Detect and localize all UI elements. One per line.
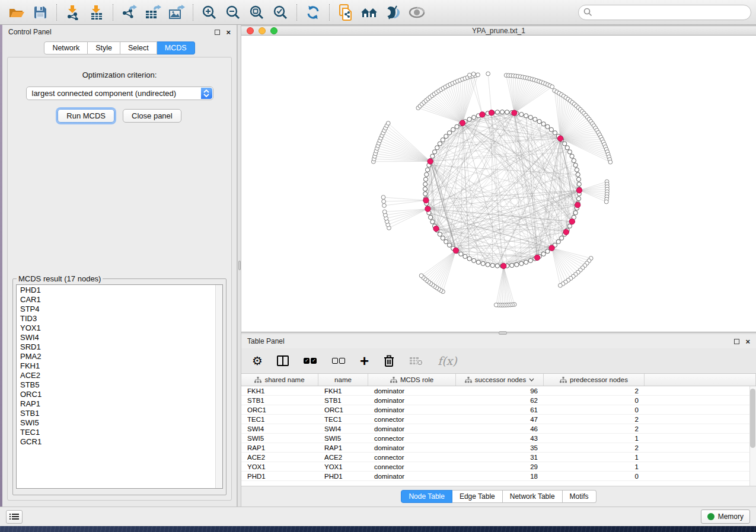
column-header-shared-name[interactable]: shared name	[241, 374, 318, 386]
cell: 2	[544, 425, 645, 432]
tab-network[interactable]: Network	[44, 41, 88, 55]
cell: connector	[368, 463, 456, 470]
export-network-icon[interactable]	[117, 2, 141, 23]
control-panel-title: Control Panel	[8, 28, 52, 36]
result-node[interactable]: RAP1	[20, 399, 222, 409]
result-node[interactable]: STP4	[20, 305, 222, 314]
result-node[interactable]: TEC1	[20, 428, 222, 437]
show-columns-icon[interactable]	[277, 353, 289, 368]
table-panel: Table Panel × ⚙ + f(x) shared namename	[241, 334, 756, 507]
houses-icon[interactable]	[358, 2, 381, 23]
import-network-icon[interactable]	[61, 2, 85, 23]
search-field[interactable]	[578, 5, 751, 20]
result-node[interactable]: FKH1	[20, 361, 222, 371]
refresh-icon[interactable]	[301, 2, 325, 23]
splitter-grip[interactable]	[238, 261, 241, 270]
cell: TEC1	[241, 416, 318, 423]
column-header-predecessor-nodes[interactable]: predecessor nodes	[544, 374, 645, 386]
table-options-gear-icon[interactable]: ⚙	[252, 353, 263, 368]
result-node[interactable]: SRD1	[20, 342, 222, 352]
column-header-MCDS-role[interactable]: MCDS role	[368, 374, 456, 386]
graphics-details-eye-icon[interactable]	[405, 2, 429, 23]
import-table-icon[interactable]	[85, 2, 109, 23]
export-table-icon[interactable]	[141, 2, 165, 23]
memory-button[interactable]: Memory	[701, 509, 750, 524]
result-node[interactable]: TID3	[20, 314, 222, 323]
open-file-icon[interactable]	[5, 2, 28, 23]
table-tabs: Node TableEdge TableNetwork TableMotifs	[241, 486, 756, 507]
tab-network-table[interactable]: Network Table	[503, 490, 563, 503]
table-row[interactable]: STB1STB1dominator620	[241, 396, 756, 405]
result-node[interactable]: STB5	[20, 380, 222, 390]
table-row[interactable]: TEC1TEC1connector472	[241, 415, 756, 424]
table-scrollbar-thumb[interactable]	[750, 389, 755, 448]
zoom-in-icon[interactable]	[197, 2, 221, 23]
network-canvas[interactable]	[241, 36, 756, 332]
tab-select[interactable]: Select	[120, 41, 157, 55]
column-header-successor-nodes[interactable]: successor nodes	[456, 374, 544, 386]
table-body: FKH1FKH1dominator962STB1STB1dominator620…	[241, 386, 756, 486]
tab-node-table[interactable]: Node Table	[401, 490, 452, 503]
result-node[interactable]: ORC1	[20, 390, 222, 399]
cell: FKH1	[318, 387, 368, 395]
cell: dominator	[368, 397, 456, 404]
column-header-name[interactable]: name	[318, 374, 368, 386]
tab-style[interactable]: Style	[88, 41, 120, 55]
result-node[interactable]: ACE2	[20, 371, 222, 380]
result-node[interactable]: CAR1	[20, 295, 222, 305]
vertical-splitter[interactable]	[237, 25, 241, 507]
table-row[interactable]: ACE2ACE2connector311	[241, 453, 756, 462]
zoom-selected-icon[interactable]	[269, 2, 292, 23]
table-row[interactable]: ORC1ORC1dominator610	[241, 405, 756, 415]
result-node[interactable]: STB1	[20, 409, 222, 418]
table-row[interactable]: PHD1PHD1dominator180	[241, 472, 756, 481]
tab-mcds[interactable]: MCDS	[157, 41, 195, 55]
result-node[interactable]: SWI4	[20, 333, 222, 342]
network-window-titlebar[interactable]: YPA_prune.txt_1	[241, 26, 756, 36]
result-node[interactable]: YOX1	[20, 323, 222, 333]
close-panel-button[interactable]: Close panel	[123, 109, 181, 123]
select-all-columns-icon[interactable]	[303, 353, 317, 368]
optimization-criterion-select[interactable]: largest connected component (undirected)	[26, 86, 213, 100]
result-node[interactable]: GCR1	[20, 437, 222, 447]
float-panel-icon[interactable]	[734, 339, 739, 344]
tab-edge-table[interactable]: Edge Table	[452, 490, 503, 503]
result-node[interactable]: PHD1	[20, 286, 222, 295]
close-panel-icon[interactable]: ×	[226, 28, 231, 36]
cell: ACE2	[241, 454, 318, 461]
zoom-out-icon[interactable]	[221, 2, 245, 23]
table-row[interactable]: YOX1YOX1connector291	[241, 462, 756, 472]
add-column-icon[interactable]: +	[360, 353, 369, 368]
result-list-scrollbar[interactable]	[215, 285, 222, 488]
table-row[interactable]: RAP1RAP1dominator352	[241, 443, 756, 453]
cell: RAP1	[241, 444, 318, 451]
float-panel-icon[interactable]	[215, 30, 220, 35]
delete-column-trash-icon[interactable]	[383, 353, 395, 368]
tab-motifs[interactable]: Motifs	[563, 490, 596, 503]
visual-properties-icon[interactable]	[381, 2, 405, 23]
table-scrollbar[interactable]	[749, 386, 756, 486]
cell: 2	[544, 416, 645, 423]
cell: 62	[456, 397, 544, 404]
cell: SWI5	[318, 435, 368, 442]
run-mcds-button[interactable]: Run MCDS	[58, 109, 114, 123]
horizontal-splitter[interactable]	[241, 332, 756, 334]
panel-list-button[interactable]	[6, 510, 23, 524]
result-node[interactable]: SWI5	[20, 418, 222, 428]
result-node[interactable]: PMA2	[20, 352, 222, 361]
mcds-result-list[interactable]: PHD1CAR1STP4TID3YOX1SWI4SRD1PMA2FKH1ACE2…	[16, 284, 223, 489]
cell: 2	[544, 387, 645, 395]
save-icon[interactable]	[28, 2, 52, 23]
table-row[interactable]: SWI5SWI5connector431	[241, 434, 756, 443]
table-row[interactable]: SWI4SWI4dominator462	[241, 424, 756, 434]
table-row[interactable]: FKH1FKH1dominator962	[241, 386, 756, 396]
cell: 18	[456, 473, 544, 480]
export-image-icon[interactable]	[165, 2, 189, 23]
zoom-fit-icon[interactable]	[245, 2, 269, 23]
deselect-all-columns-icon[interactable]	[331, 353, 346, 368]
close-panel-icon[interactable]: ×	[745, 338, 750, 345]
network-window: YPA_prune.txt_1	[241, 25, 756, 332]
splitter-grip[interactable]	[499, 331, 507, 335]
search-input[interactable]	[592, 8, 746, 17]
new-network-from-selection-icon[interactable]	[334, 2, 358, 23]
